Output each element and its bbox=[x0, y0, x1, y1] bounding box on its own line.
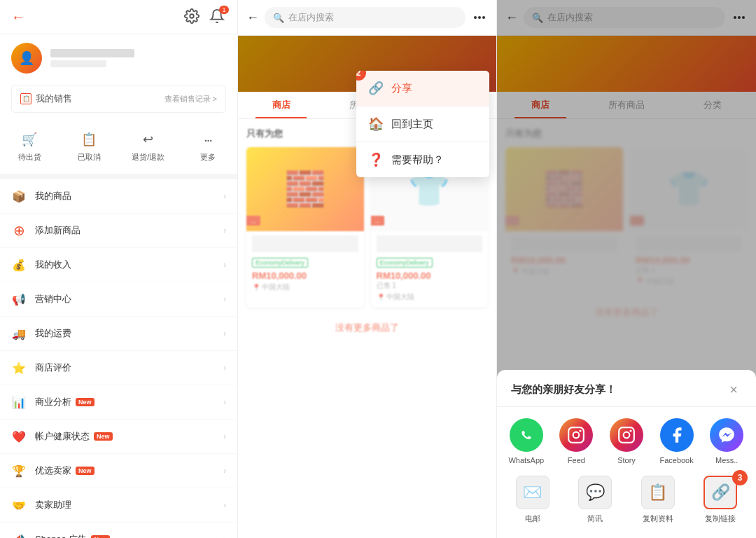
dropdown-item-share[interactable]: 🔗 分享 bbox=[356, 71, 489, 106]
chevron-icon: › bbox=[223, 534, 226, 538]
panel1-header: ← 1 bbox=[0, 0, 237, 34]
menu-item-add-product[interactable]: ⊕ 添加新商品 › bbox=[0, 214, 237, 248]
products-icon: 📦 bbox=[11, 188, 27, 204]
product-sold-shirt: 已售 1 bbox=[377, 281, 483, 291]
help-label: 需要帮助？ bbox=[391, 153, 444, 167]
story-circle bbox=[610, 418, 643, 452]
product-info-toy: EconomyDelivery RM10,000.00 📍 中国大陆 bbox=[246, 231, 364, 298]
search-placeholder: 在店内搜索 bbox=[288, 11, 334, 24]
share-copy-link-item[interactable]: 3 🔗 复制链接 bbox=[691, 476, 751, 524]
facebook-circle bbox=[660, 418, 694, 452]
new-badge-analytics: New bbox=[76, 398, 94, 406]
search-bar[interactable]: 🔍 在店内搜索 bbox=[265, 7, 465, 28]
facebook-icon-svg bbox=[668, 426, 686, 444]
share-copy-info-item[interactable]: 📋 复制资料 bbox=[628, 476, 688, 524]
share-sms-item[interactable]: 💬 简讯 bbox=[566, 476, 626, 524]
notification-badge: 1 bbox=[219, 6, 229, 14]
chevron-icon: › bbox=[223, 226, 226, 235]
menu-item-income[interactable]: 💰 我的收入 › bbox=[0, 248, 237, 282]
email-square: ✉️ bbox=[516, 476, 550, 509]
preferred-label: 优选卖家 New bbox=[35, 464, 223, 477]
store-back-button[interactable]: ← bbox=[246, 11, 259, 25]
no-more-products: 没有更多商品了 bbox=[246, 308, 488, 341]
quick-action-more[interactable]: ··· 更多 bbox=[178, 124, 237, 168]
svg-rect-1 bbox=[569, 427, 584, 443]
home-label: 回到主页 bbox=[391, 118, 433, 131]
product-desc-toy bbox=[252, 235, 358, 252]
story-label: Story bbox=[617, 456, 636, 464]
share-facebook-item[interactable]: Facebook bbox=[653, 418, 701, 464]
messenger-label: Mess.. bbox=[715, 456, 738, 464]
feed-circle bbox=[559, 418, 593, 452]
location-pin-icon2: 📍 bbox=[377, 294, 385, 301]
svg-rect-4 bbox=[619, 427, 634, 443]
messenger-circle bbox=[710, 418, 743, 452]
share-messenger-item[interactable]: Mess.. bbox=[703, 418, 750, 464]
income-label: 我的收入 bbox=[35, 258, 223, 271]
products-label: 我的商品 bbox=[35, 190, 223, 202]
dropdown-item-help[interactable]: ❓ 需要帮助？ bbox=[356, 142, 489, 177]
email-label: 电邮 bbox=[525, 513, 540, 524]
sales-label: 📋 我的销售 bbox=[20, 92, 72, 105]
sales-history-link[interactable]: 查看销售记录 > bbox=[164, 94, 217, 104]
panel2-store-dropdown: ← 🔍 在店内搜索 2 🔗 分享 🏠 回到主页 ❓ bbox=[238, 0, 497, 538]
whatsapp-label: WhatsApp bbox=[508, 456, 544, 464]
menu-item-assistant[interactable]: 🤝 卖家助理 › bbox=[0, 488, 237, 523]
share-icons-row2: ✉️ 电邮 💬 简讯 📋 复制资料 3 🔗 复制链接 bbox=[497, 470, 756, 524]
tab-store[interactable]: 商店 bbox=[238, 92, 324, 118]
quick-action-cancelled[interactable]: 📋 已取消 bbox=[59, 124, 119, 168]
menu-item-ads[interactable]: 📣 Shopee 广告 New › bbox=[0, 523, 237, 538]
quick-action-returns[interactable]: ↩ 退货/退款 bbox=[119, 124, 178, 168]
menu-item-shipping[interactable]: 🚚 我的运费 › bbox=[0, 317, 237, 351]
chevron-icon: › bbox=[223, 294, 226, 304]
messenger-icon-svg bbox=[718, 426, 736, 444]
product-card-toy[interactable]: 🧱 ... EconomyDelivery RM10,000.00 📍 中国大陆 bbox=[246, 147, 364, 308]
menu-item-reviews[interactable]: ⭐ 商店评价 › bbox=[0, 351, 237, 385]
pending-icon: 🛒 bbox=[20, 130, 39, 149]
menu-item-analytics[interactable]: 📊 商业分析 New › bbox=[0, 385, 237, 420]
sms-label: 简讯 bbox=[587, 513, 603, 524]
story-icon-svg bbox=[617, 426, 636, 444]
dots-menu-button[interactable] bbox=[471, 13, 488, 22]
share-story-item[interactable]: Story bbox=[603, 418, 650, 464]
menu-item-preferred[interactable]: 🏆 优选卖家 New › bbox=[0, 454, 237, 488]
share-label: 分享 bbox=[391, 82, 412, 95]
notification-icon-container[interactable]: 1 bbox=[209, 8, 226, 25]
quick-action-pending[interactable]: 🛒 待出货 bbox=[0, 124, 59, 168]
settings-icon-container[interactable] bbox=[184, 8, 201, 25]
economy-tag-shirt: EconomyDelivery bbox=[377, 258, 433, 268]
help-icon: ❓ bbox=[368, 152, 384, 167]
store-header: ← 🔍 在店内搜索 bbox=[238, 0, 496, 36]
sales-bar[interactable]: 📋 我的销售 查看销售记录 > bbox=[11, 85, 226, 113]
chevron-icon: › bbox=[223, 500, 226, 510]
avatar: 👤 bbox=[11, 43, 42, 74]
home-icon: 🏠 bbox=[368, 116, 384, 132]
pending-label: 待出货 bbox=[18, 152, 41, 163]
share-feed-item[interactable]: Feed bbox=[553, 418, 601, 464]
menu-item-marketing[interactable]: 📢 营销中心 › bbox=[0, 282, 237, 317]
username-bar bbox=[50, 49, 134, 57]
menu-item-health[interactable]: ❤️ 帐户健康状态 New › bbox=[0, 420, 237, 454]
share-email-item[interactable]: ✉️ 电邮 bbox=[503, 476, 563, 524]
header-icons: 1 bbox=[184, 8, 226, 25]
dropdown-item-home[interactable]: 🏠 回到主页 bbox=[356, 106, 489, 142]
menu-item-products[interactable]: 📦 我的商品 › bbox=[0, 179, 237, 214]
share-whatsapp-item[interactable]: WhatsApp bbox=[503, 418, 550, 464]
share-modal: 与您的亲朋好友分享！ × WhatsApp bbox=[497, 370, 756, 538]
share-modal-close-button[interactable]: × bbox=[725, 381, 742, 398]
user-subtitle-bar bbox=[50, 60, 106, 67]
share-modal-header: 与您的亲朋好友分享！ × bbox=[497, 370, 756, 407]
add-product-label: 添加新商品 bbox=[35, 224, 223, 237]
returns-icon: ↩ bbox=[139, 130, 158, 149]
dot2 bbox=[478, 16, 481, 19]
income-icon: 💰 bbox=[11, 257, 27, 273]
sales-icon: 📋 bbox=[20, 93, 31, 104]
back-button[interactable]: ← bbox=[11, 9, 25, 25]
copy-link-label: 复制链接 bbox=[705, 513, 736, 524]
panel3-share: ← 🔍 在店内搜索 商店 所有商品 分类 只有为您 🧱 ... bbox=[497, 0, 756, 538]
product-info-shirt: EconomyDelivery RM10,000.00 已售 1 📍 中国大陆 bbox=[371, 231, 489, 308]
dot3 bbox=[482, 16, 485, 19]
panel1-seller-center: ← 1 👤 📋 我的销售 bbox=[0, 0, 238, 538]
facebook-label: Facebook bbox=[659, 456, 693, 464]
svg-point-6 bbox=[629, 429, 631, 432]
